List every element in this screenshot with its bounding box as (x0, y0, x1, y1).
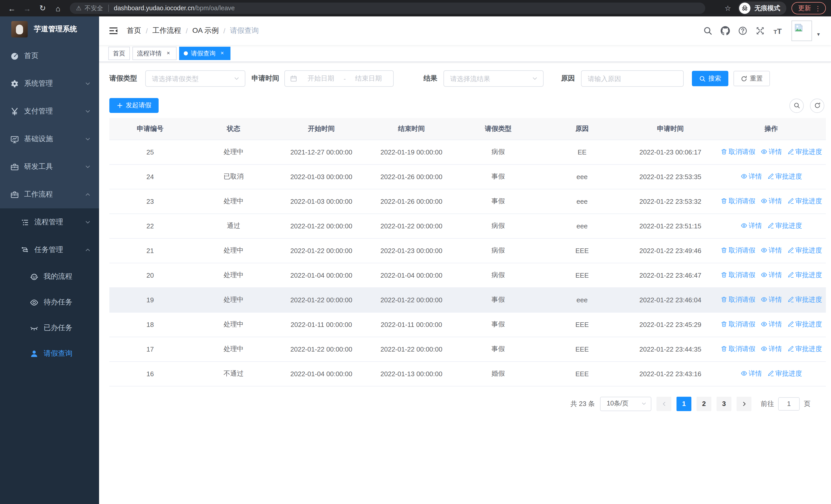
leave-type-label: 请假类型 (109, 74, 137, 83)
action-progress[interactable]: 审批进度 (787, 345, 822, 354)
action-progress[interactable]: 审批进度 (767, 369, 802, 378)
browser-update-button[interactable]: 更新 ⋮ (792, 2, 826, 14)
action-cancel[interactable]: 取消请假 (720, 147, 755, 156)
tab-home[interactable]: 首页 (108, 47, 130, 60)
page-size-select[interactable]: 10条/页 (600, 396, 651, 411)
fullscreen-icon[interactable] (751, 22, 769, 39)
action-detail[interactable]: 详情 (761, 147, 782, 156)
breadcrumb-item[interactable]: OA 示例 (193, 26, 219, 35)
cell-end-time: 2022-01-26 00:00:00 (367, 164, 456, 189)
sidebar-item-label: 任务管理 (34, 245, 63, 255)
bookmark-star-icon[interactable]: ☆ (722, 4, 734, 12)
sidebar-item-devtools[interactable]: 研发工具 (0, 153, 99, 181)
action-progress[interactable]: 审批进度 (787, 320, 822, 329)
avatar[interactable] (792, 21, 812, 41)
action-progress[interactable]: 审批进度 (787, 295, 822, 304)
close-icon[interactable]: × (219, 50, 226, 57)
toggle-search-button[interactable] (790, 98, 804, 113)
result-select[interactable] (443, 70, 544, 87)
chevron-up-icon (85, 191, 91, 198)
action-cancel[interactable]: 取消请假 (720, 320, 755, 329)
action-detail[interactable]: 详情 (761, 295, 782, 304)
font-size-icon[interactable]: TT (769, 26, 786, 35)
collapse-sidebar-icon[interactable] (108, 26, 119, 36)
header-search-icon[interactable] (699, 22, 717, 39)
sidebar-item-home[interactable]: 首页 (0, 42, 99, 70)
address-bar[interactable]: ⚠ 不安全 dashboard.yudao.iocoder.cn/bpm/oa/… (70, 3, 705, 14)
action-progress[interactable]: 审批进度 (787, 246, 822, 255)
action-progress[interactable]: 审批进度 (787, 147, 822, 156)
search-button[interactable]: 搜索 (692, 71, 728, 86)
action-label: 审批进度 (795, 197, 822, 206)
end-date-placeholder[interactable]: 结束日期 (349, 74, 388, 83)
page-3[interactable]: 3 (717, 396, 732, 411)
tab-leave-query[interactable]: 请假查询× (179, 47, 230, 60)
goto-page-input[interactable] (778, 397, 800, 410)
eye-icon (761, 346, 767, 352)
cell-end-time: 2022-01-13 00:00:00 (367, 361, 456, 386)
sidebar-item-done-tasks[interactable]: 已办任务 (0, 315, 99, 341)
action-detail[interactable]: 详情 (761, 345, 782, 354)
action-cancel[interactable]: 取消请假 (720, 270, 755, 280)
avatar-caret-icon[interactable]: ▼ (816, 32, 821, 37)
sidebar-item-leave-query[interactable]: 请假查询 (0, 341, 99, 366)
reason-field[interactable] (581, 70, 684, 87)
date-range-picker[interactable]: 开始日期 - 结束日期 (284, 70, 394, 87)
table-row: 18处理中2022-01-11 00:00:002022-01-11 00:00… (109, 312, 826, 337)
action-detail[interactable]: 详情 (761, 197, 782, 206)
cell-status: 通过 (191, 213, 276, 238)
sidebar-item-label: 已办任务 (44, 323, 73, 333)
sidebar-item-process-mgmt[interactable]: 流程管理 (0, 208, 99, 236)
action-detail[interactable]: 详情 (740, 221, 762, 231)
help-icon[interactable] (734, 22, 751, 39)
action-progress[interactable]: 审批进度 (787, 197, 822, 206)
action-detail[interactable]: 详情 (761, 270, 782, 280)
action-detail[interactable]: 详情 (740, 369, 762, 378)
close-icon[interactable]: × (165, 50, 172, 57)
action-label: 详情 (769, 197, 782, 206)
action-cancel[interactable]: 取消请假 (720, 295, 755, 304)
sidebar-item-system[interactable]: 系统管理 (0, 70, 99, 97)
github-icon[interactable] (717, 22, 734, 39)
browser-menu-icon[interactable]: ⋮ (814, 4, 821, 12)
action-detail[interactable]: 详情 (740, 172, 762, 181)
browser-home-icon[interactable]: ⌂ (51, 2, 65, 15)
action-label: 详情 (769, 270, 782, 280)
gear-icon (10, 79, 19, 88)
page-2[interactable]: 2 (696, 396, 711, 411)
sidebar-item-payment[interactable]: 支付管理 (0, 97, 99, 125)
create-leave-button[interactable]: 发起请假 (109, 98, 159, 113)
sidebar-item-task-mgmt[interactable]: 任务管理 (0, 236, 99, 264)
refresh-table-button[interactable] (810, 98, 824, 113)
sidebar-item-workflow[interactable]: 工作流程 (0, 181, 99, 208)
app-logo[interactable]: 芋道管理系统 (0, 17, 99, 42)
action-detail[interactable]: 详情 (761, 320, 782, 329)
cell-id: 21 (109, 238, 191, 263)
browser-back-icon[interactable]: ← (5, 2, 19, 15)
prev-page-button[interactable] (657, 396, 671, 411)
leave-type-select[interactable] (145, 70, 245, 87)
reset-button[interactable]: 重置 (734, 71, 770, 86)
action-cancel[interactable]: 取消请假 (720, 345, 755, 354)
breadcrumb-item[interactable]: 首页 (127, 26, 141, 35)
tab-process-detail[interactable]: 流程详情× (133, 47, 177, 60)
breadcrumb-item[interactable]: 工作流程 (152, 26, 181, 35)
page-1[interactable]: 1 (677, 396, 691, 411)
leave-type-input[interactable] (151, 74, 233, 83)
browser-toolbar: ← → ↻ ⌂ ⚠ 不安全 dashboard.yudao.iocoder.cn… (0, 0, 831, 17)
sidebar-item-my-process[interactable]: 我的流程 (0, 264, 99, 290)
browser-reload-icon[interactable]: ↻ (36, 2, 49, 15)
sidebar-item-todo-tasks[interactable]: 待办任务 (0, 290, 99, 315)
action-cancel[interactable]: 取消请假 (720, 246, 755, 255)
result-input[interactable] (449, 74, 532, 83)
action-progress[interactable]: 审批进度 (787, 270, 822, 280)
reason-input[interactable] (587, 74, 678, 83)
action-progress[interactable]: 审批进度 (767, 221, 802, 231)
sidebar-item-infra[interactable]: 基础设施 (0, 125, 99, 153)
action-progress[interactable]: 审批进度 (767, 172, 802, 181)
action-detail[interactable]: 详情 (761, 246, 782, 255)
start-date-placeholder[interactable]: 开始日期 (301, 74, 341, 83)
browser-forward-icon[interactable]: → (21, 2, 34, 15)
action-cancel[interactable]: 取消请假 (720, 197, 755, 206)
next-page-button[interactable] (737, 396, 751, 411)
